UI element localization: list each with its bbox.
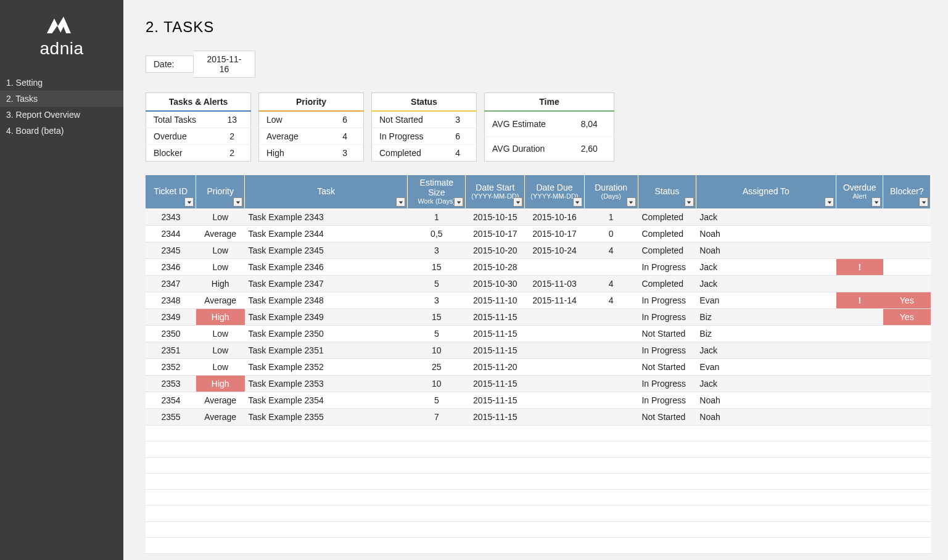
cell-start[interactable]: 2015-11-15 xyxy=(466,376,525,392)
table-row[interactable]: 2343LowTask Example 234312015-10-152015-… xyxy=(146,209,931,226)
cell-id[interactable]: 2355 xyxy=(146,409,196,426)
cell-start[interactable]: 2015-11-15 xyxy=(466,409,525,426)
cell-id[interactable]: 2349 xyxy=(146,309,196,326)
sidebar-item-1[interactable]: 2. Tasks xyxy=(0,91,123,107)
cell-estimate[interactable]: 25 xyxy=(408,359,466,376)
cell-status[interactable]: Not Started xyxy=(638,359,696,376)
filter-dropdown-icon[interactable] xyxy=(685,197,694,207)
cell-blocker[interactable] xyxy=(883,376,931,392)
empty-cell[interactable] xyxy=(638,522,696,538)
table-row[interactable]: 2344AverageTask Example 23440,52015-10-1… xyxy=(146,226,931,242)
table-row[interactable]: 2347HighTask Example 234752015-10-302015… xyxy=(146,276,931,292)
cell-start[interactable]: 2015-11-15 xyxy=(466,342,525,359)
table-row[interactable]: 2346LowTask Example 2346152015-10-28In P… xyxy=(146,259,931,276)
cell-status[interactable]: In Progress xyxy=(638,309,696,326)
filter-dropdown-icon[interactable] xyxy=(396,197,405,207)
empty-cell[interactable] xyxy=(696,426,836,442)
cell-task[interactable]: Task Example 2347 xyxy=(245,276,408,292)
empty-cell[interactable] xyxy=(638,458,696,474)
cell-overdue[interactable] xyxy=(836,326,883,342)
empty-cell[interactable] xyxy=(836,442,883,458)
cell-due[interactable]: 2015-10-17 xyxy=(525,226,584,242)
cell-duration[interactable] xyxy=(584,376,638,392)
cell-status[interactable]: In Progress xyxy=(638,259,696,276)
empty-cell[interactable] xyxy=(196,458,245,474)
cell-estimate[interactable]: 10 xyxy=(408,376,466,392)
cell-priority[interactable]: High xyxy=(196,276,245,292)
cell-duration[interactable] xyxy=(584,392,638,409)
empty-cell[interactable] xyxy=(245,426,408,442)
sidebar-item-2[interactable]: 3. Report Overview xyxy=(0,107,123,123)
cell-task[interactable]: Task Example 2344 xyxy=(245,226,408,242)
empty-cell[interactable] xyxy=(466,490,525,506)
empty-cell[interactable] xyxy=(584,458,638,474)
cell-overdue[interactable]: ! xyxy=(836,292,883,309)
table-row-empty[interactable] xyxy=(146,426,931,442)
empty-cell[interactable] xyxy=(696,522,836,538)
empty-cell[interactable] xyxy=(196,474,245,490)
empty-cell[interactable] xyxy=(245,538,408,554)
cell-id[interactable]: 2343 xyxy=(146,209,196,226)
empty-cell[interactable] xyxy=(408,490,466,506)
date-value[interactable]: 2015-11-16 xyxy=(194,51,255,78)
table-row-empty[interactable] xyxy=(146,522,931,538)
empty-cell[interactable] xyxy=(196,522,245,538)
cell-priority[interactable]: High xyxy=(196,309,245,326)
empty-cell[interactable] xyxy=(525,538,584,554)
empty-cell[interactable] xyxy=(638,538,696,554)
empty-cell[interactable] xyxy=(638,506,696,522)
empty-cell[interactable] xyxy=(146,538,196,554)
cell-start[interactable]: 2015-10-17 xyxy=(466,226,525,242)
cell-estimate[interactable]: 5 xyxy=(408,276,466,292)
cell-estimate[interactable]: 5 xyxy=(408,326,466,342)
cell-due[interactable] xyxy=(525,326,584,342)
cell-assigned[interactable]: Jack xyxy=(696,276,836,292)
empty-cell[interactable] xyxy=(638,442,696,458)
cell-task[interactable]: Task Example 2350 xyxy=(245,326,408,342)
cell-overdue[interactable] xyxy=(836,209,883,226)
empty-cell[interactable] xyxy=(196,538,245,554)
empty-cell[interactable] xyxy=(696,442,836,458)
cell-due[interactable] xyxy=(525,342,584,359)
cell-duration[interactable] xyxy=(584,309,638,326)
cell-due[interactable] xyxy=(525,259,584,276)
empty-cell[interactable] xyxy=(525,506,584,522)
cell-duration[interactable] xyxy=(584,326,638,342)
empty-cell[interactable] xyxy=(196,490,245,506)
table-row[interactable]: 2349HighTask Example 2349152015-11-15In … xyxy=(146,309,931,326)
cell-duration[interactable] xyxy=(584,359,638,376)
cell-estimate[interactable]: 5 xyxy=(408,392,466,409)
table-row-empty[interactable] xyxy=(146,490,931,506)
empty-cell[interactable] xyxy=(696,474,836,490)
filter-dropdown-icon[interactable] xyxy=(233,197,242,207)
empty-cell[interactable] xyxy=(525,490,584,506)
table-row-empty[interactable] xyxy=(146,474,931,490)
cell-due[interactable]: 2015-10-16 xyxy=(525,209,584,226)
cell-blocker[interactable] xyxy=(883,259,931,276)
cell-status[interactable]: In Progress xyxy=(638,292,696,309)
cell-assigned[interactable]: Evan xyxy=(696,359,836,376)
sidebar-item-0[interactable]: 1. Setting xyxy=(0,75,123,91)
empty-cell[interactable] xyxy=(696,506,836,522)
empty-cell[interactable] xyxy=(466,474,525,490)
cell-estimate[interactable]: 15 xyxy=(408,259,466,276)
empty-cell[interactable] xyxy=(245,506,408,522)
cell-assigned[interactable]: Jack xyxy=(696,376,836,392)
cell-priority[interactable]: Low xyxy=(196,342,245,359)
cell-start[interactable]: 2015-11-10 xyxy=(466,292,525,309)
table-row[interactable]: 2353HighTask Example 2353102015-11-15In … xyxy=(146,376,931,392)
empty-cell[interactable] xyxy=(836,490,883,506)
cell-priority[interactable]: Low xyxy=(196,359,245,376)
table-row-empty[interactable] xyxy=(146,442,931,458)
cell-status[interactable]: Completed xyxy=(638,242,696,259)
table-row-empty[interactable] xyxy=(146,458,931,474)
cell-start[interactable]: 2015-11-15 xyxy=(466,326,525,342)
empty-cell[interactable] xyxy=(408,426,466,442)
cell-task[interactable]: Task Example 2348 xyxy=(245,292,408,309)
empty-cell[interactable] xyxy=(836,506,883,522)
filter-dropdown-icon[interactable] xyxy=(919,197,928,207)
cell-estimate[interactable]: 3 xyxy=(408,292,466,309)
cell-task[interactable]: Task Example 2349 xyxy=(245,309,408,326)
cell-due[interactable]: 2015-11-03 xyxy=(525,276,584,292)
empty-cell[interactable] xyxy=(584,490,638,506)
